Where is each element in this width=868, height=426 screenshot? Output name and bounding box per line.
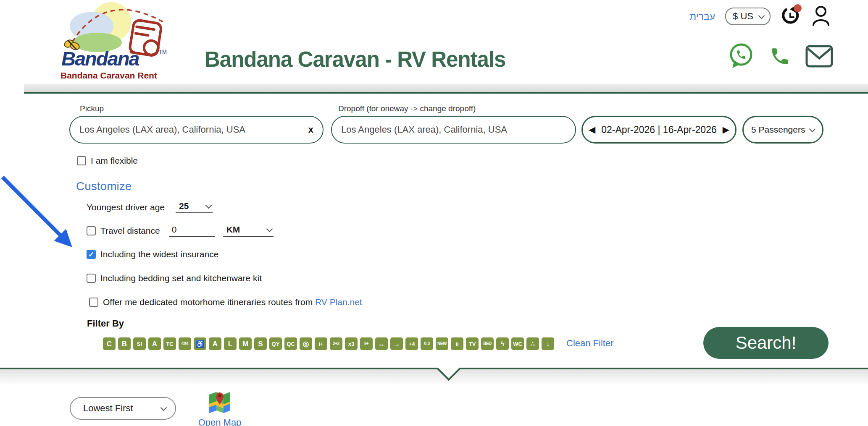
dropoff-input[interactable]: Los Angeles (LAX area), California, USA xyxy=(331,116,576,144)
driver-age-value: 25 xyxy=(179,201,189,211)
seats-2plus2-icon[interactable]: 2+2 xyxy=(330,337,342,350)
top-utility-bar: עברית $ US xyxy=(689,5,831,28)
pickup-input[interactable]: Los Angeles (LAX area), California, USA … xyxy=(69,116,324,144)
logo-brand-text: Bandana xyxy=(61,47,171,70)
rv-plan-link[interactable]: RV Plan.net xyxy=(315,297,362,307)
insurance-checkbox[interactable]: ✓ xyxy=(87,250,96,259)
class-c-icon[interactable]: C xyxy=(103,337,116,350)
bedding-row: Including bedding set and kitchenware ki… xyxy=(87,273,262,283)
wc-icon[interactable]: WC xyxy=(511,337,524,350)
history-button[interactable] xyxy=(781,6,801,27)
logo-subtitle: Bandana Caravan Rent xyxy=(60,71,157,81)
date-range-value: 02-Apr-2026 | 16-Apr-2026 xyxy=(601,124,716,136)
date-range-picker[interactable]: ◀ 02-Apr-2026 | 16-Apr-2026 ▶ xyxy=(581,116,736,144)
plus-4-icon[interactable]: +4 xyxy=(405,337,418,350)
rv-dropoff-icon[interactable]: ↓ xyxy=(542,337,554,350)
search-button[interactable]: Search! xyxy=(703,327,829,359)
customize-link[interactable]: Customize xyxy=(76,180,132,193)
envelope-icon xyxy=(805,45,833,68)
child-ages-0-3-icon[interactable]: 0-3 xyxy=(421,337,433,350)
chevron-down-icon xyxy=(160,404,167,411)
date-next-icon[interactable]: ▶ xyxy=(723,125,729,135)
filter-by-label: Filter By xyxy=(87,318,124,329)
email-button[interactable] xyxy=(805,45,833,68)
shower-icon[interactable]: ∴ xyxy=(526,337,539,350)
header-divider xyxy=(24,84,868,94)
class-a-icon[interactable]: A xyxy=(148,337,161,350)
semi-integrated-icon[interactable]: SI xyxy=(133,337,146,350)
insurance-label: Including the widest insurance xyxy=(100,249,218,259)
currency-value: $ US xyxy=(733,11,753,22)
chevron-down-icon xyxy=(205,202,212,209)
itineraries-checkbox[interactable] xyxy=(89,298,98,307)
whatsapp-icon xyxy=(727,42,754,71)
notification-badge xyxy=(794,4,802,12)
power-icon[interactable]: ϟ xyxy=(496,337,509,350)
whatsapp-button[interactable] xyxy=(727,42,754,71)
truck-camper-icon[interactable]: TC xyxy=(163,337,176,350)
four-wheel-drive-icon[interactable]: 4X4 xyxy=(179,337,191,350)
phone-button[interactable] xyxy=(768,44,792,68)
logo-trademark: TM xyxy=(159,49,167,55)
panel-bottom-shadow xyxy=(0,369,868,385)
pickup-value: Los Angeles (LAX area), California, USA xyxy=(79,124,305,135)
wheelchair-accessible-icon[interactable]: ♿ xyxy=(194,337,206,350)
travel-distance-checkbox[interactable] xyxy=(87,226,96,235)
bedding-label: Including bedding set and kitchenware ki… xyxy=(100,273,262,283)
phone-icon xyxy=(768,44,792,68)
itineraries-row: Offer me dedicated motorhome itineraries… xyxy=(89,297,362,307)
check-icon: ✓ xyxy=(88,250,94,259)
language-link[interactable]: עברית xyxy=(689,11,715,22)
date-prev-icon[interactable]: ◀ xyxy=(589,125,595,135)
bedding-checkbox[interactable] xyxy=(87,274,96,283)
flexible-row: I am flexible xyxy=(77,156,138,166)
search-y-icon[interactable]: QY xyxy=(269,337,282,350)
rv-size-small-icon[interactable]: S xyxy=(254,337,267,350)
chevron-down-icon xyxy=(809,125,816,132)
sort-value: Lowest First xyxy=(83,403,133,414)
travel-distance-row: Travel distance 0 KM xyxy=(87,225,274,237)
open-map-label: Open Map xyxy=(195,417,245,426)
sort-select[interactable]: Lowest First xyxy=(70,397,176,420)
extra-passenger-icon[interactable]: i+ xyxy=(315,337,327,350)
distance-unit-select[interactable]: KM xyxy=(223,225,274,237)
search-c-icon[interactable]: QC xyxy=(284,337,297,350)
page: Bandana TM Bandana Caravan Rent Bandana … xyxy=(0,0,868,426)
flexible-label: I am flexible xyxy=(91,156,138,166)
driver-age-select[interactable]: 25 xyxy=(176,201,213,213)
chevron-down-icon xyxy=(266,225,273,232)
rotation-360-icon[interactable]: ◎ xyxy=(300,337,312,350)
itineraries-label-text: Offer me dedicated motorhome itineraries… xyxy=(103,297,315,307)
itineraries-label: Offer me dedicated motorhome itineraries… xyxy=(103,297,362,307)
family-friendly-icon[interactable]: ii xyxy=(451,337,463,350)
flexible-checkbox[interactable] xyxy=(77,156,86,165)
map-icon xyxy=(208,390,231,415)
passengers-select[interactable]: 5 Passengers xyxy=(742,116,823,144)
rv-size-medium-icon[interactable]: M xyxy=(239,337,252,350)
vehicle-length-icon[interactable]: ↔ xyxy=(375,337,388,350)
travel-distance-input[interactable]: 0 xyxy=(169,225,215,237)
one-way-rv-icon[interactable]: → xyxy=(390,337,403,350)
family-plus-icon[interactable]: ii+ xyxy=(360,337,373,350)
clear-pickup-icon[interactable]: x xyxy=(305,124,313,135)
clean-filter-link[interactable]: Clean Filter xyxy=(566,338,613,349)
pickup-label: Pickup xyxy=(80,104,104,113)
rv-size-large-icon[interactable]: L xyxy=(224,337,237,350)
tv-icon[interactable]: TV xyxy=(466,337,479,350)
account-button[interactable] xyxy=(811,5,831,28)
open-map-button[interactable]: Open Map xyxy=(195,390,245,426)
filter-icon-row: CBSIATC4X4♿ALMSQYQC◎i+2+2x3ii+↔→+40-3NEW… xyxy=(103,337,554,350)
dropoff-label: Dropoff (for oneway -> change dropoff) xyxy=(338,104,476,113)
user-icon xyxy=(811,5,831,26)
bed-icon[interactable]: BED xyxy=(481,337,494,350)
driver-age-row: Youngest driver age 25 xyxy=(87,201,213,213)
dropoff-value: Los Angeles (LAX area), California, USA xyxy=(341,124,566,135)
insurance-row: ✓ Including the widest insurance xyxy=(87,249,218,259)
site-logo[interactable]: Bandana TM Bandana Caravan Rent xyxy=(59,2,181,84)
new-model-icon[interactable]: NEW xyxy=(436,337,448,350)
currency-select[interactable]: $ US xyxy=(725,8,771,25)
contact-icons xyxy=(727,42,833,71)
class-b-icon[interactable]: B xyxy=(118,337,131,350)
automatic-transmission-icon[interactable]: A xyxy=(209,337,221,350)
sleeps-x3-icon[interactable]: x3 xyxy=(345,337,358,350)
